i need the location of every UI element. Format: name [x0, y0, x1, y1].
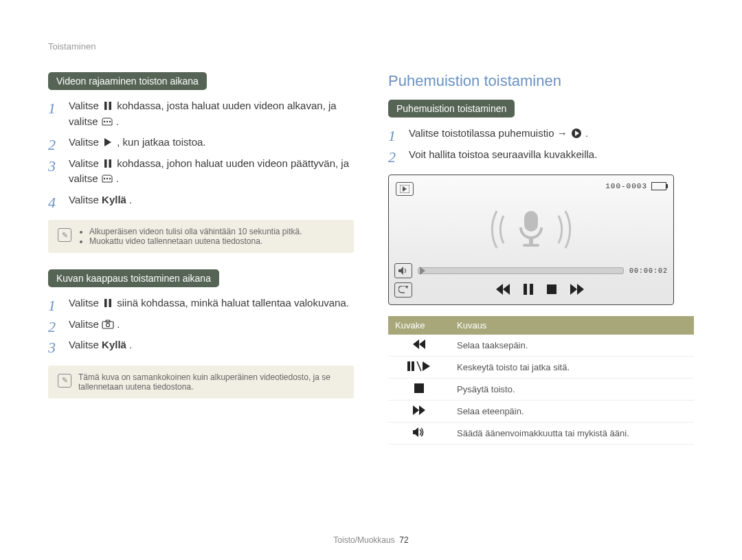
playback-mode-icon [396, 182, 414, 196]
text: Valitse [69, 194, 102, 205]
file-counter: 100-0003 [605, 182, 647, 190]
note-icon: ✎ [58, 374, 71, 388]
step-3: Valitse kohdassa, johon haluat uuden vid… [48, 156, 354, 187]
svg-marker-33 [419, 339, 425, 349]
svg-rect-27 [524, 284, 527, 295]
note-box: ✎ Tämä kuva on samankokoinen kuin alkupe… [48, 366, 354, 399]
svg-marker-31 [577, 284, 584, 295]
svg-marker-40 [419, 405, 425, 415]
svg-point-3 [106, 120, 107, 122]
svg-rect-20 [524, 211, 538, 232]
voice-memo-player: 100-0003 [388, 175, 674, 305]
elapsed-time: 00:00:02 [629, 267, 668, 275]
svg-rect-34 [407, 361, 410, 371]
progress-bar[interactable] [418, 267, 624, 274]
text: . [116, 172, 119, 184]
forward-button[interactable] [570, 284, 585, 297]
svg-marker-41 [413, 427, 418, 437]
text: Valitse [69, 100, 102, 111]
fast-forward-icon [388, 401, 450, 423]
note-line: Muokattu video tallennetaan uutena tiedo… [89, 236, 302, 246]
text: . [117, 318, 120, 330]
trim-start-icon [101, 117, 113, 126]
breadcrumb: Toistaminen [48, 41, 694, 52]
svg-rect-22 [523, 244, 539, 247]
text: , kun jatkaa toistoa. [117, 136, 205, 148]
step-2: Valitse . [48, 317, 354, 333]
svg-point-10 [109, 178, 110, 179]
icon-description-table: Kuvake Kuvaus Selaa taaksepäin. [388, 316, 694, 445]
table-cell: Selaa eteenpäin. [450, 401, 694, 423]
svg-marker-32 [413, 339, 419, 349]
pause-icon [102, 159, 114, 168]
text: Valitse [69, 136, 102, 148]
volume-button[interactable] [394, 263, 412, 278]
step-2: Voit hallita toistoa seuraavilla kuvakke… [388, 147, 694, 163]
page-footer: Toisto/Muokkaus 72 [0, 535, 742, 545]
step-3: Valitse Kyllä . [48, 337, 354, 353]
section-title: Puhemuistion toistaminen [388, 72, 694, 90]
table-row: Selaa eteenpäin. [388, 401, 694, 423]
note-line: Alkuperäisen videon tulisi olla vähintää… [89, 227, 302, 236]
table-header: Kuvake [388, 316, 450, 335]
step-1: Valitse toistotilassa puhemuistio → . [388, 126, 694, 142]
note-box: ✎ Alkuperäisen videon tulisi olla vähint… [48, 220, 354, 253]
svg-marker-39 [413, 405, 419, 415]
text: Valitse [69, 157, 102, 169]
svg-rect-6 [104, 159, 107, 168]
note-line: Tämä kuva on samankokoinen kuin alkuperä… [78, 372, 344, 392]
svg-marker-19 [403, 186, 407, 192]
steps-capture-image: Valitse siinä kohdassa, minkä haluat tal… [48, 295, 354, 353]
stop-button[interactable] [546, 284, 557, 297]
text: . [116, 115, 119, 127]
step-2: Valitse , kun jatkaa toistoa. [48, 135, 354, 150]
svg-marker-26 [503, 284, 510, 295]
svg-rect-1 [109, 102, 112, 110]
table-cell: Selaa taaksepäin. [450, 335, 694, 357]
svg-rect-12 [109, 299, 112, 307]
text: . [585, 127, 588, 139]
page-number: 72 [399, 535, 408, 545]
table-row: Pysäytä toisto. [388, 379, 694, 401]
svg-point-9 [106, 178, 107, 179]
player-status: 100-0003 [605, 182, 666, 190]
svg-rect-7 [109, 159, 112, 168]
footer-section: Toisto/Muokkaus [333, 535, 394, 545]
step-1: Valitse kohdassa, josta haluat uuden vid… [48, 98, 354, 129]
table-row: Keskeytä toisto tai jatka sitä. [388, 357, 694, 379]
stop-icon [388, 379, 450, 401]
pause-button[interactable] [523, 284, 534, 297]
back-button[interactable] [394, 282, 412, 298]
table-row: Säädä äänenvoimakkuutta tai mykistä ääni… [388, 423, 694, 445]
table-cell: Pysäytä toisto. [450, 379, 694, 401]
play-icon [102, 137, 114, 147]
svg-marker-30 [570, 284, 577, 295]
svg-point-15 [106, 323, 110, 326]
text-bold: Kyllä [102, 339, 126, 350]
battery-icon [651, 182, 666, 190]
text: Valitse toistotilassa puhemuistio → [409, 127, 570, 139]
svg-rect-21 [529, 237, 533, 244]
step-4: Valitse Kyllä . [48, 192, 354, 208]
heading-capture-image: Kuvan kaappaus toistaminen aikana [48, 269, 219, 287]
heading-trim-video: Videon rajaaminen toiston aikana [48, 72, 207, 90]
svg-point-4 [109, 120, 110, 122]
svg-point-2 [103, 120, 104, 122]
svg-line-36 [417, 361, 421, 371]
rewind-button[interactable] [495, 284, 510, 297]
svg-rect-29 [547, 284, 556, 294]
heading-voice-memo: Puhemuistion toistaminen [388, 100, 515, 117]
table-cell: Keskeytä toisto tai jatka sitä. [450, 357, 694, 379]
steps-voice-memo: Valitse toistotilassa puhemuistio → . Vo… [388, 126, 694, 162]
svg-rect-35 [412, 361, 414, 371]
svg-marker-37 [423, 361, 430, 371]
svg-rect-28 [530, 284, 533, 295]
play-circle-icon [570, 128, 583, 138]
text: . [129, 339, 132, 350]
pause-icon [102, 101, 114, 111]
svg-marker-23 [398, 267, 403, 275]
text-bold: Kyllä [102, 194, 126, 205]
pause-play-icon [388, 357, 450, 379]
note-icon: ✎ [58, 228, 71, 242]
text: Valitse [69, 297, 102, 309]
